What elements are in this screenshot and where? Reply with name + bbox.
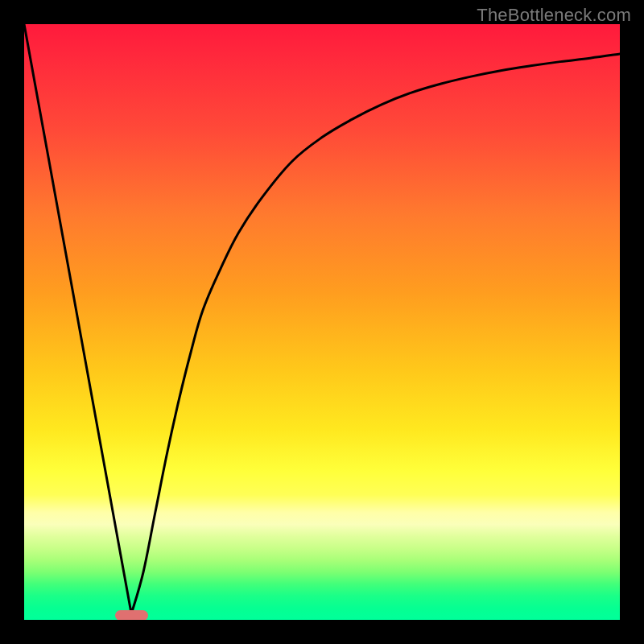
bottleneck-curve bbox=[24, 24, 620, 614]
plot-area bbox=[24, 24, 620, 620]
watermark-text: TheBottleneck.com bbox=[477, 5, 631, 26]
chart-frame: TheBottleneck.com bbox=[0, 0, 644, 644]
optimum-marker bbox=[115, 610, 148, 620]
curve-layer bbox=[24, 24, 620, 620]
